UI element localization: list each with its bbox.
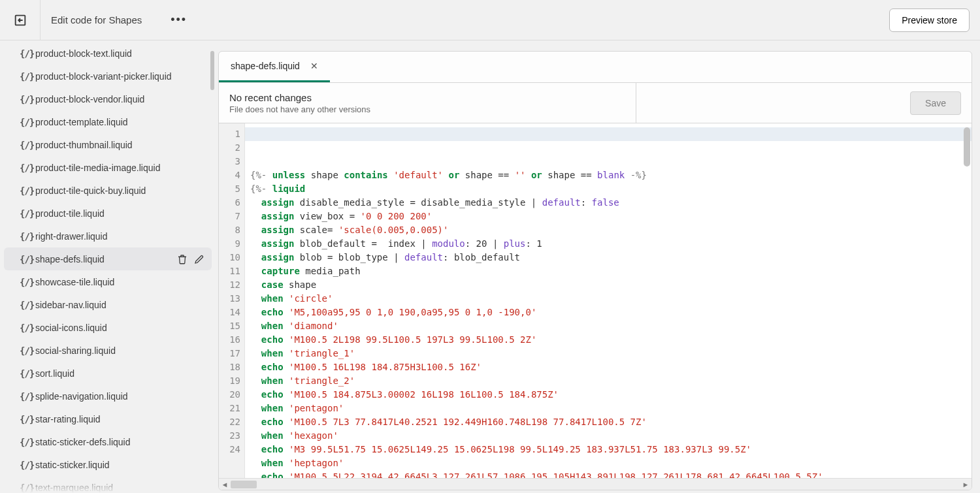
- liquid-file-icon: {/}: [20, 48, 35, 59]
- file-item[interactable]: {/}social-sharing.liquid: [0, 339, 216, 362]
- code-line[interactable]: assign blob = blob_type | default: blob_…: [250, 251, 966, 264]
- liquid-file-icon: {/}: [20, 437, 35, 447]
- liquid-file-icon: {/}: [20, 345, 35, 356]
- liquid-file-icon: {/}: [20, 163, 35, 173]
- sidebar-scrollbar-thumb[interactable]: [210, 51, 214, 90]
- code-horizontal-scrollbar[interactable]: ◄ ►: [219, 478, 972, 490]
- file-label: product-tile-media-image.liquid: [35, 163, 209, 173]
- line-number: 2: [219, 141, 240, 155]
- liquid-file-icon: {/}: [20, 254, 35, 264]
- code-line[interactable]: when 'pentagon': [250, 402, 966, 415]
- code-line[interactable]: {%- unless shape contains 'default' or s…: [250, 168, 966, 182]
- code-line[interactable]: when 'hexagon': [250, 429, 966, 443]
- liquid-file-icon: {/}: [20, 391, 35, 402]
- code-line[interactable]: case shape: [250, 278, 966, 292]
- topbar: Edit code for Shapes ••• Preview store: [0, 0, 980, 40]
- code-line[interactable]: echo 'M100.5 5L22.3194 42.6645L3 127.261…: [250, 470, 966, 478]
- liquid-file-icon: {/}: [20, 117, 35, 127]
- file-label: static-sticker.liquid: [35, 460, 209, 470]
- line-number: 18: [219, 360, 240, 374]
- file-item[interactable]: {/}text-marquee.liquid: [0, 476, 216, 493]
- file-item[interactable]: {/}showcase-tile.liquid: [0, 270, 216, 293]
- code-line[interactable]: capture media_path: [250, 264, 966, 278]
- file-item[interactable]: {/}product-block-variant-picker.liquid: [0, 65, 216, 87]
- line-number: 21: [219, 402, 240, 415]
- liquid-file-icon: {/}: [20, 460, 35, 470]
- liquid-file-icon: {/}: [20, 368, 35, 379]
- code-line[interactable]: when 'circle': [250, 292, 966, 306]
- code-line[interactable]: assign blob_default = index | modulo: 20…: [250, 237, 966, 251]
- code-vertical-scrollbar-thumb[interactable]: [964, 127, 970, 167]
- tab-close-button[interactable]: ✕: [310, 61, 318, 71]
- code-line[interactable]: echo 'M100.5 184.875L3.00002 16L198 16L1…: [250, 388, 966, 402]
- liquid-file-icon: {/}: [20, 94, 35, 104]
- main-body: {/}product-block-text.liquid{/}product-b…: [0, 40, 980, 493]
- code-content[interactable]: {%- unless shape contains 'default' or s…: [245, 123, 972, 478]
- code-line[interactable]: when 'diamond': [250, 319, 966, 333]
- code-editor[interactable]: 123456789101112131415161718192021222324 …: [219, 123, 972, 478]
- file-sidebar: {/}product-block-text.liquid{/}product-b…: [0, 40, 216, 493]
- code-horizontal-scrollbar-thumb[interactable]: [231, 481, 257, 488]
- liquid-file-icon: {/}: [20, 323, 35, 333]
- editor-card: shape-defs.liquid ✕ No recent changes Fi…: [218, 51, 972, 490]
- sidebar-scrollbar[interactable]: [210, 44, 214, 479]
- code-line[interactable]: echo 'M100.5 16L198 184.875H3L100.5 16Z': [250, 360, 966, 374]
- line-number: 4: [219, 168, 240, 182]
- delete-icon[interactable]: [176, 253, 188, 265]
- file-label: product-tile.liquid: [35, 208, 209, 219]
- save-button[interactable]: Save: [910, 91, 961, 115]
- file-item[interactable]: {/}social-icons.liquid: [0, 316, 216, 339]
- page-title: Edit code for Shapes: [41, 14, 142, 25]
- file-label: static-sticker-defs.liquid: [35, 437, 209, 447]
- file-item[interactable]: {/}product-block-text.liquid: [0, 42, 216, 65]
- line-number: 22: [219, 415, 240, 429]
- code-line[interactable]: {%- liquid: [250, 182, 966, 196]
- line-number: 6: [219, 196, 240, 210]
- file-label: text-marquee.liquid: [35, 483, 209, 493]
- code-line[interactable]: echo 'M100.5 7L3 77.8417L40.2521 192.449…: [250, 415, 966, 429]
- tab-shape-defs[interactable]: shape-defs.liquid ✕: [219, 52, 330, 82]
- liquid-file-icon: {/}: [20, 277, 35, 287]
- code-line[interactable]: assign view_box = '0 0 200 200': [250, 210, 966, 223]
- file-item[interactable]: {/}product-thumbnail.liquid: [0, 133, 216, 156]
- file-label: product-template.liquid: [35, 117, 209, 127]
- line-number: 13: [219, 292, 240, 306]
- file-item[interactable]: {/}product-tile.liquid: [0, 202, 216, 225]
- line-number: 15: [219, 319, 240, 333]
- file-item[interactable]: {/}product-tile-quick-buy.liquid: [0, 179, 216, 202]
- file-item[interactable]: {/}product-template.liquid: [0, 110, 216, 133]
- scroll-left-arrow[interactable]: ◄: [219, 481, 231, 488]
- line-number: 1: [219, 127, 240, 141]
- file-item[interactable]: {/}star-rating.liquid: [0, 407, 216, 430]
- code-line[interactable]: when 'triangle_1': [250, 347, 966, 360]
- file-item[interactable]: {/}sidebar-nav.liquid: [0, 293, 216, 316]
- rename-icon[interactable]: [193, 253, 205, 265]
- liquid-file-icon: {/}: [20, 140, 35, 150]
- file-item[interactable]: {/}product-tile-media-image.liquid: [0, 156, 216, 179]
- preview-store-button[interactable]: Preview store: [889, 8, 970, 32]
- scroll-right-arrow[interactable]: ►: [960, 481, 972, 488]
- file-item[interactable]: {/}right-drawer.liquid: [0, 225, 216, 247]
- file-item[interactable]: {/}static-sticker.liquid: [0, 453, 216, 476]
- code-line[interactable]: when 'heptagon': [250, 456, 966, 470]
- line-number: 16: [219, 333, 240, 347]
- back-button[interactable]: [0, 0, 41, 40]
- file-item[interactable]: {/}product-block-vendor.liquid: [0, 87, 216, 110]
- code-line[interactable]: assign scale= 'scale(0.005,0.005)': [250, 223, 966, 237]
- code-line[interactable]: echo 'M5,100a95,95 0 1,0 190,0a95,95 0 1…: [250, 306, 966, 319]
- code-line[interactable]: echo 'M3 99.5L51.75 15.0625L149.25 15.06…: [250, 443, 966, 456]
- code-line[interactable]: echo 'M100.5 2L198 99.5L100.5 197L3 99.5…: [250, 333, 966, 347]
- line-number: 24: [219, 443, 240, 456]
- status-row: No recent changes File does not have any…: [219, 83, 972, 123]
- line-number: 10: [219, 251, 240, 264]
- file-item[interactable]: {/}sort.liquid: [0, 362, 216, 385]
- more-actions-button[interactable]: •••: [171, 13, 187, 27]
- status-line1: No recent changes: [229, 92, 370, 103]
- file-item[interactable]: {/}static-sticker-defs.liquid: [0, 430, 216, 453]
- code-line[interactable]: assign disable_media_style = disable_med…: [250, 196, 966, 210]
- code-line[interactable]: when 'triangle_2': [250, 374, 966, 388]
- editor-tabs: shape-defs.liquid ✕: [219, 52, 972, 83]
- line-number: 17: [219, 347, 240, 360]
- file-item[interactable]: {/}shape-defs.liquid: [4, 247, 212, 270]
- file-item[interactable]: {/}splide-navigation.liquid: [0, 385, 216, 407]
